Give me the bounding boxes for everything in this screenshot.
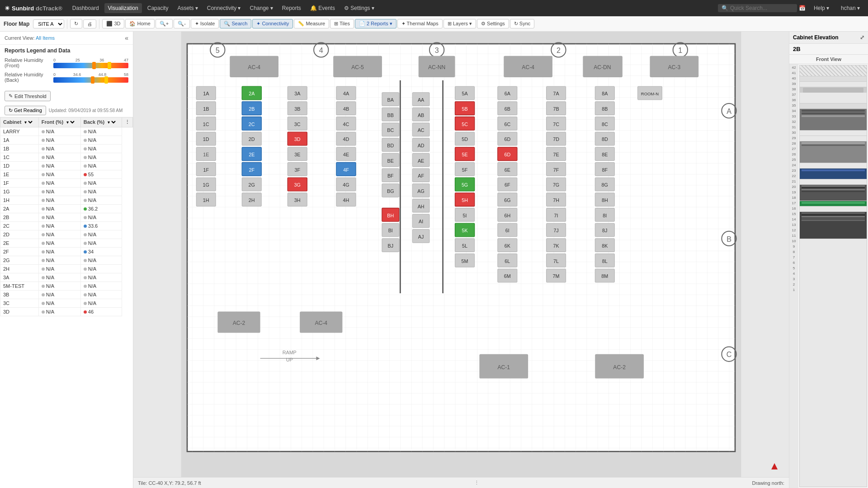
legend-bar-gradient-front [53, 63, 128, 68]
floor-map-container[interactable]: 5 4 3 2 1 A B C AC-4 AC-5 AC-NN AC-4 [133, 32, 789, 488]
table-row[interactable]: 2F N/A 34 [0, 248, 133, 256]
refresh-button[interactable]: ↻ [70, 19, 82, 28]
elev-unit-dense-1 [800, 185, 867, 201]
col-header-front[interactable]: Front (%) ▾ [38, 117, 80, 127]
get-reading-button[interactable]: ↻ Get Reading [5, 106, 46, 115]
table-row[interactable]: 1B N/A N/A [0, 145, 133, 153]
table-row[interactable]: 1E N/A 55 [0, 170, 133, 179]
svg-text:AC-NN: AC-NN [428, 64, 445, 70]
layers-button[interactable]: ⊞ Layers ▾ [443, 19, 476, 28]
legend-section: Relative Humidity (Front) 0 25 36 47 [0, 56, 133, 88]
svg-text:2: 2 [557, 46, 561, 54]
table-row[interactable]: 3D N/A 46 [0, 308, 133, 316]
col-header-back[interactable]: Back (%) ▾ [80, 117, 122, 127]
front-cell: N/A [38, 222, 80, 230]
svg-text:6A: 6A [505, 91, 511, 96]
cabinet-cell: 2C [0, 222, 39, 230]
front-cell: N/A [38, 170, 80, 179]
back-col-filter[interactable]: ▾ [106, 119, 117, 125]
svg-text:3A: 3A [294, 91, 301, 96]
zoom-in-button[interactable]: 🔍+ [156, 19, 173, 28]
search-button[interactable]: 🔍 Search [220, 19, 251, 28]
table-row[interactable]: 3B N/A N/A [0, 291, 133, 299]
site-selector[interactable]: SITE A [33, 19, 64, 28]
cabinet-cell: 2E [0, 239, 39, 248]
table-row[interactable]: 1D N/A N/A [0, 162, 133, 170]
front-col-filter[interactable]: ▾ [65, 119, 76, 125]
collapse-panel-button[interactable]: « [125, 34, 128, 42]
edit-threshold-label: Edit Threshold [14, 94, 47, 99]
svg-text:AC-2: AC-2 [613, 364, 626, 371]
svg-text:6I: 6I [505, 228, 509, 233]
print-button[interactable]: 🖨 [83, 19, 96, 28]
svg-text:2E: 2E [249, 152, 255, 157]
connectivity-button[interactable]: ✦ Connectivity [252, 19, 293, 28]
cabinet-col-filter[interactable]: ▾ [23, 119, 34, 125]
table-row[interactable]: 2H N/A N/A [0, 265, 133, 273]
expand-elevation-button[interactable]: ⤢ [860, 34, 864, 41]
nav-change[interactable]: Change ▾ [246, 3, 276, 13]
table-row[interactable]: 2E N/A N/A [0, 239, 133, 248]
table-row[interactable]: 2D N/A N/A [0, 230, 133, 239]
cabinet-cell: 5M-TEST [0, 282, 39, 291]
nav-connectivity[interactable]: Connectivity ▾ [203, 3, 245, 13]
back-cell: N/A [80, 265, 122, 273]
3d-button[interactable]: ⬛ 3D [102, 19, 124, 28]
cabinet-cell: 3B [0, 291, 39, 299]
back-cell: 46 [80, 308, 122, 316]
nav-reports[interactable]: Reports [278, 3, 305, 13]
svg-text:7F: 7F [553, 167, 559, 173]
table-row[interactable]: 3A N/A N/A [0, 273, 133, 282]
front-cell: N/A [38, 188, 80, 196]
nav-calendar-icon[interactable]: 📅 [799, 5, 806, 11]
table-row[interactable]: 1H N/A N/A [0, 196, 133, 205]
table-row[interactable]: 1F N/A N/A [0, 179, 133, 188]
all-items-link[interactable]: All Items [36, 35, 55, 41]
nav-dashboard[interactable]: Dashboard [69, 3, 103, 13]
table-row[interactable]: 2G N/A N/A [0, 256, 133, 265]
nav-assets[interactable]: Assets ▾ [174, 3, 201, 13]
table-body: LARRY N/A N/A 1A N/A N/A 1B N/A N/A 1C N… [0, 127, 133, 316]
quick-search-input[interactable] [730, 5, 793, 11]
table-row[interactable]: 1G N/A N/A [0, 188, 133, 196]
nav-settings[interactable]: ⚙ Settings ▾ [340, 3, 378, 13]
table-row[interactable]: 2B N/A N/A [0, 213, 133, 222]
col-header-cabinet[interactable]: Cabinet ▾ [0, 117, 39, 127]
front-cell: N/A [38, 153, 80, 162]
cabinet-cell: 2B [0, 213, 39, 222]
table-row[interactable]: LARRY N/A N/A [0, 127, 133, 136]
nav-capacity[interactable]: Capacity [144, 3, 172, 13]
nav-events[interactable]: 🔔 Events [307, 3, 339, 13]
sync-button[interactable]: ↻ Sync [510, 19, 535, 28]
tile-info: Tile: CC-40 X,Y: 79.2, 56.7 ft [138, 480, 201, 486]
table-row[interactable]: 5M-TEST N/A N/A [0, 282, 133, 291]
reports-button[interactable]: 📄 2 Reports ▾ [355, 19, 396, 28]
settings-button[interactable]: ⚙ Settings [477, 19, 509, 28]
svg-text:8B: 8B [602, 106, 608, 112]
nav-user[interactable]: hchan ▾ [837, 3, 863, 13]
svg-text:BG: BG [387, 188, 394, 194]
table-row[interactable]: 3C N/A N/A [0, 299, 133, 308]
table-row[interactable]: 2C N/A 33.6 [0, 222, 133, 230]
svg-text:5M: 5M [462, 258, 468, 264]
svg-text:AC-4: AC-4 [248, 64, 260, 70]
edit-threshold-button[interactable]: ✎ Edit Threshold [5, 91, 51, 101]
thermal-maps-button[interactable]: ✦ Thermal Maps [397, 19, 443, 28]
measure-button[interactable]: 📏 Measure [294, 19, 329, 28]
home-button[interactable]: 🏠 Home [125, 19, 154, 28]
zoom-out-button[interactable]: 🔍- [174, 19, 190, 28]
quick-search-box[interactable]: 🔍 [718, 4, 797, 12]
nav-help[interactable]: Help ▾ [810, 3, 833, 13]
back-cell: N/A [80, 127, 122, 136]
cabinet-cell: 1D [0, 162, 39, 170]
svg-text:AC-5: AC-5 [351, 64, 364, 70]
tiles-button[interactable]: ⊞ Tiles [330, 19, 354, 28]
table-row[interactable]: 1A N/A N/A [0, 136, 133, 145]
table-row[interactable]: 2A N/A 36.2 [0, 205, 133, 213]
isolate-button[interactable]: ✦ Isolate [191, 19, 219, 28]
table-row[interactable]: 1C N/A N/A [0, 153, 133, 162]
refresh-icon: ↻ [9, 108, 13, 113]
legend-label-back: Relative Humidity (Back) [5, 72, 50, 83]
front-cell: N/A [38, 248, 80, 256]
nav-visualization[interactable]: Visualization [104, 3, 142, 13]
